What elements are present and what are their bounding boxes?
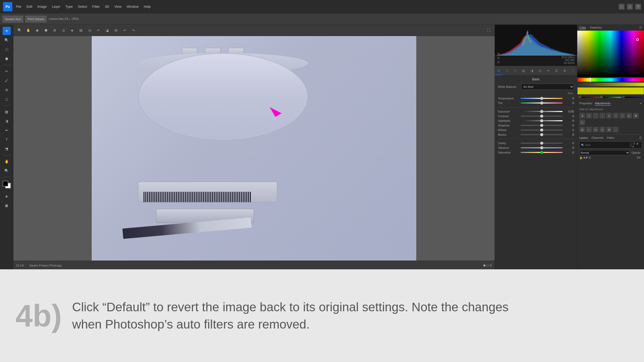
sample-size-btn[interactable]: Sample Size (3, 16, 23, 22)
tab-split-tone[interactable]: ◑ (528, 66, 536, 75)
cr-fullscreen[interactable]: ⛶ (485, 27, 492, 34)
properties-tab[interactable]: Properties (579, 102, 592, 106)
swatches-tab[interactable]: Swatches (590, 26, 602, 29)
exposure-thumb[interactable] (540, 110, 543, 113)
minimize-button[interactable]: ─ (619, 4, 624, 10)
tab-lens[interactable]: ◎ (536, 66, 544, 75)
highlights-thumb[interactable] (540, 119, 543, 122)
cr-hand-tool[interactable]: ✋ (25, 27, 32, 34)
adj-curves[interactable]: ⌒ (593, 113, 598, 118)
layers-panel-menu[interactable]: ☰ (639, 136, 642, 140)
g-channel-bar[interactable] (603, 97, 621, 98)
adj-vibrance[interactable]: ◈ (606, 113, 612, 118)
vibrance-thumb[interactable] (540, 146, 543, 149)
cr-grad-filter[interactable]: ▤ (77, 27, 84, 34)
adj-hsl[interactable]: ⬡ (613, 113, 618, 118)
menu-view[interactable]: View (114, 5, 122, 8)
opacity-bar[interactable] (577, 83, 644, 86)
saturation-track[interactable] (521, 152, 563, 153)
heal-tool[interactable]: ⊕ (3, 86, 11, 94)
gradient-tool[interactable]: ▦ (3, 108, 11, 116)
adj-selective-color[interactable]: ◌ (613, 127, 618, 132)
channels-tab[interactable]: Channels (591, 136, 603, 140)
tab-camera-cal[interactable]: ☰ (552, 66, 561, 75)
cr-straighten-tool[interactable]: ⊞ (51, 27, 58, 34)
tab-snapshots[interactable]: ⋮ (569, 66, 577, 75)
menu-type[interactable]: Type (65, 5, 73, 8)
color-picker-cursor[interactable] (636, 38, 639, 41)
layers-search-input[interactable] (585, 144, 630, 146)
path-tool[interactable]: ⬔ (3, 145, 11, 153)
cr-undo[interactable]: ↩ (121, 27, 128, 34)
whites-track[interactable] (521, 130, 563, 131)
shadows-track[interactable] (521, 125, 563, 126)
menu-filter[interactable]: Filter (92, 5, 100, 8)
close-button[interactable]: ✕ (635, 4, 641, 10)
screen-mode-tool[interactable]: ▣ (3, 201, 11, 210)
menu-window[interactable]: Window (127, 5, 139, 8)
auto-button[interactable]: Auto (567, 92, 573, 95)
adj-exposure[interactable]: ☼ (599, 113, 605, 118)
cr-retouch-tool[interactable]: ◎ (60, 27, 67, 34)
contrast-thumb[interactable] (540, 115, 543, 118)
cr-adj-brush[interactable]: ✏ (95, 27, 102, 34)
cr-redeye-tool[interactable]: ◈ (69, 27, 76, 34)
pen-tool[interactable]: ✒ (3, 126, 11, 134)
menu-layer[interactable]: Layer (52, 5, 61, 8)
menu-select[interactable]: Select (78, 5, 87, 8)
adj-color-balance[interactable]: ◎ (620, 113, 625, 118)
exposure-track[interactable] (521, 111, 563, 112)
adjustments-tab[interactable]: Adjustments (595, 102, 611, 106)
menu-image[interactable]: Image (37, 5, 47, 8)
adj-color-lookup[interactable]: ▣ (579, 127, 585, 132)
adj-brightness[interactable]: ◑ (579, 113, 585, 118)
lasso-tool[interactable]: ⬡ (3, 45, 11, 54)
text-tool[interactable]: T (3, 135, 11, 144)
clarity-track[interactable] (521, 143, 563, 144)
temperature-track[interactable] (521, 98, 563, 99)
color-panel-menu[interactable]: ☰ (639, 26, 642, 29)
burn-tool[interactable]: ◑ (3, 117, 11, 125)
tint-track[interactable] (521, 102, 563, 104)
color-swatch-display[interactable] (577, 87, 644, 94)
brush-tool[interactable]: ✏ (3, 67, 11, 75)
move-tool[interactable]: ✛ (3, 27, 11, 35)
crop-tool[interactable]: ⬟ (3, 55, 11, 63)
adj-levels[interactable]: ⊟ (586, 113, 592, 118)
cr-redo[interactable]: ↪ (130, 27, 137, 34)
menu-help[interactable]: Help (144, 5, 151, 8)
quick-mask-tool[interactable]: ◈ (3, 192, 11, 200)
layer-mode-select[interactable]: Normal (579, 150, 630, 155)
zoom-tool[interactable]: 🔍 (3, 36, 11, 44)
tint-thumb[interactable] (540, 101, 543, 105)
clarity-thumb[interactable] (540, 142, 543, 145)
zoom-tool-2[interactable]: 🔍 (3, 167, 11, 175)
adj-photo-filter[interactable]: ⬟ (633, 113, 639, 118)
menu-file[interactable]: File (16, 5, 21, 8)
fg-bg-colors[interactable] (3, 181, 11, 188)
adj-gradient-map[interactable]: ▦ (606, 127, 612, 132)
color-tab[interactable]: Color (579, 26, 586, 29)
tab-detail[interactable]: ⊹ (511, 66, 520, 75)
menu-3d[interactable]: 3D (105, 5, 109, 8)
cr-zoom-tool[interactable]: 🔍 (16, 27, 23, 34)
tab-presets[interactable]: ⊕ (561, 66, 569, 75)
panel-close-btn[interactable]: ✕ (639, 102, 642, 106)
highlights-track[interactable] (521, 120, 563, 121)
b-channel-bar[interactable] (625, 97, 642, 98)
temperature-thumb[interactable] (540, 97, 543, 100)
hue-bar[interactable] (577, 78, 644, 82)
fg-color-swatch[interactable] (3, 181, 8, 186)
adj-threshold[interactable]: ▥ (599, 127, 605, 132)
white-balance-select[interactable]: As Shot (521, 84, 574, 90)
r-channel-bar[interactable] (582, 97, 599, 98)
cr-wb-tool[interactable]: ◉ (33, 27, 41, 34)
sample-input-btn[interactable]: Point Sample (25, 16, 47, 22)
restore-button[interactable]: □ (627, 4, 633, 10)
paths-tab[interactable]: Paths (607, 136, 614, 140)
tab-hsl[interactable]: ◍ (520, 66, 528, 75)
color-gradient[interactable] (577, 31, 644, 77)
contrast-track[interactable] (521, 116, 563, 117)
cr-parasitic[interactable]: ◪ (104, 27, 111, 34)
blacks-thumb[interactable] (540, 133, 543, 136)
